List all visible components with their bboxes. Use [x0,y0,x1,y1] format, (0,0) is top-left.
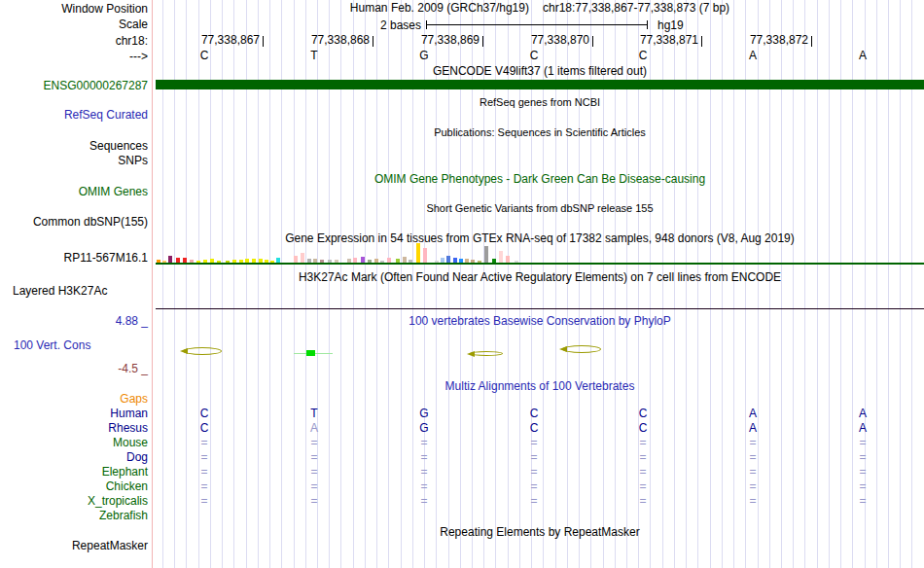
conservation-loop[interactable] [470,351,503,356]
conservation-green-peak[interactable] [306,350,315,356]
conservation-loop-arrow [559,346,567,352]
conservation-loop[interactable] [183,347,222,355]
conservation-loop-arrow [467,351,475,357]
conservation-loop-arrow [180,348,188,354]
genome-browser-view: Human Feb. 2009 (GRCh37/hg19)chr18:77,33… [0,0,924,568]
conservation-loop[interactable] [562,345,601,353]
conservation-glyphs-layer [0,0,924,568]
